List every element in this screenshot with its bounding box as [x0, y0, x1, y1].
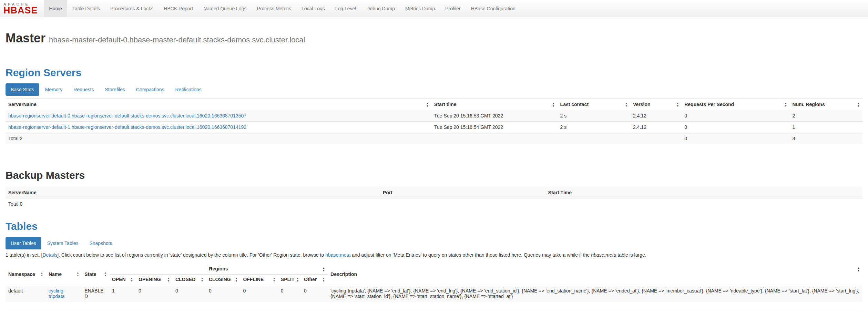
sort-icon[interactable] [676, 102, 679, 107]
nav-procedures-locks[interactable]: Procedures & Locks [105, 0, 159, 17]
nav-hbase-configuration[interactable]: HBase Configuration [466, 0, 521, 17]
start-time-cell: Tue Sep 20 15:16:54 GMT 2022 [431, 122, 558, 133]
tab-system-tables[interactable]: System Tables [42, 237, 84, 249]
tab-snapshots[interactable]: Snapshots [84, 237, 117, 249]
backup-masters-total-row: Total:0 [6, 198, 862, 210]
total-label: Total:0 [6, 198, 380, 210]
nav-table-details[interactable]: Table Details [67, 0, 105, 17]
region-servers-tabs: Base Stats Memory Requests Storefiles Co… [6, 83, 862, 96]
page-title: Masterhbase-master-default-0.hbase-maste… [6, 31, 862, 45]
sort-icon[interactable] [41, 271, 43, 277]
total-label: Total:2 [6, 133, 431, 144]
requests-per-second-cell: 0 [682, 110, 789, 122]
col-version[interactable]: Version [630, 99, 682, 110]
nav-local-logs[interactable]: Local Logs [296, 0, 330, 17]
state-cell: ENABLED [82, 285, 109, 302]
tab-storefiles[interactable]: Storefiles [100, 83, 130, 96]
tab-memory[interactable]: Memory [40, 83, 68, 96]
col-open[interactable]: OPEN [109, 275, 136, 285]
sort-icon[interactable] [857, 267, 860, 272]
namespace-cell: default [6, 285, 46, 302]
hbase-meta-italic: hbase:meta [591, 252, 616, 258]
col-group-regions[interactable]: Regions [109, 263, 328, 275]
closing-count-cell[interactable]: 0 [206, 285, 240, 302]
regionserver-0-link[interactable]: hbase-regionserver-default-0.hbase-regio… [8, 113, 246, 119]
region-servers-header-row: ServerName Start time Last contact Versi… [6, 99, 862, 110]
total-num-regions: 3 [790, 133, 862, 144]
col-state[interactable]: State [82, 263, 109, 285]
user-tables-header-row-1: Namespace Name State Regions Description [6, 263, 862, 275]
requests-per-second-cell: 0 [682, 122, 789, 133]
sort-icon[interactable] [167, 277, 170, 282]
tab-user-tables[interactable]: User Tables [6, 237, 41, 249]
opening-count-cell[interactable]: 0 [136, 285, 173, 302]
col-split[interactable]: SPLIT [278, 275, 301, 285]
col-offline[interactable]: OFFLINE [240, 275, 278, 285]
col-other[interactable]: Other [301, 275, 328, 285]
nav-metrics-dump[interactable]: Metrics Dump [400, 0, 440, 17]
tab-base-stats[interactable]: Base Stats [6, 83, 39, 96]
col-name[interactable]: Name [46, 263, 82, 285]
sort-icon[interactable] [273, 277, 275, 282]
regionserver-1-link[interactable]: hbase-regionserver-default-1.hbase-regio… [8, 124, 246, 130]
table-link-cycling-tripdata[interactable]: cycling-tripdata [49, 288, 65, 299]
sort-icon[interactable] [426, 102, 429, 107]
sort-icon[interactable] [201, 277, 203, 282]
col-opening[interactable]: OPENING [136, 275, 173, 285]
tab-requests[interactable]: Requests [68, 83, 99, 96]
nav-profiler[interactable]: Profiler [440, 0, 466, 17]
other-count-cell[interactable]: 0 [301, 285, 328, 302]
details-link[interactable]: Details [42, 252, 57, 258]
hbase-logo-hbase-text: HBASE [3, 6, 38, 14]
sort-icon[interactable] [323, 277, 325, 282]
col-num-regions[interactable]: Num. Regions [790, 99, 862, 110]
col-servername[interactable]: ServerName [6, 99, 431, 110]
master-title: Master [6, 31, 45, 45]
start-time-cell: Tue Sep 20 15:16:53 GMT 2022 [431, 110, 558, 122]
nav-debug-dump[interactable]: Debug Dump [361, 0, 400, 17]
sort-icon[interactable] [76, 271, 79, 277]
num-regions-cell: 1 [790, 122, 862, 133]
last-contact-cell: 2 s [558, 122, 630, 133]
split-count-cell[interactable]: 0 [278, 285, 301, 302]
regionserver-name-cell: hbase-regionserver-default-0.hbase-regio… [6, 110, 431, 122]
open-count-cell[interactable]: 1 [109, 285, 136, 302]
nav-hbck-report[interactable]: HBCK Report [159, 0, 198, 17]
offline-count-cell[interactable]: 0 [240, 285, 278, 302]
col-start-time[interactable]: Start time [431, 99, 558, 110]
closed-count-cell[interactable]: 0 [173, 285, 206, 302]
sort-icon[interactable] [104, 271, 106, 277]
tables-heading: Tables [6, 220, 862, 232]
sort-icon[interactable] [857, 102, 860, 107]
col-requests-per-second[interactable]: Requests Per Second [682, 99, 789, 110]
num-regions-cell: 2 [790, 110, 862, 122]
tab-replications[interactable]: Replications [170, 83, 206, 96]
description-cell: 'cycling-tripdata', {NAME => 'end_lat'},… [328, 285, 862, 302]
sort-icon[interactable] [625, 102, 627, 107]
col-closed[interactable]: CLOSED [173, 275, 206, 285]
nav-named-queue-logs[interactable]: Named Queue Logs [198, 0, 252, 17]
nav-home[interactable]: Home [44, 0, 67, 17]
top-navbar: APACHE HBASE Home Table Details Procedur… [0, 0, 868, 17]
hbase-logo[interactable]: APACHE HBASE [0, 0, 44, 17]
version-cell: 2.4.12 [630, 122, 682, 133]
sort-icon[interactable] [296, 277, 299, 282]
col-namespace[interactable]: Namespace [6, 263, 46, 285]
col-closing[interactable]: CLOSING [206, 275, 240, 285]
nav-log-level[interactable]: Log Level [330, 0, 361, 17]
sort-icon[interactable] [131, 277, 133, 282]
user-table-row: default cycling-tripdata ENABLED 1 0 0 0… [6, 285, 862, 302]
sort-icon[interactable] [785, 102, 787, 107]
backup-masters-header-row: ServerName Port Start Time [6, 187, 862, 198]
col-last-contact[interactable]: Last contact [558, 99, 630, 110]
tab-compactions[interactable]: Compactions [131, 83, 170, 96]
nav-process-metrics[interactable]: Process Metrics [252, 0, 296, 17]
hbase-meta-link[interactable]: hbase:meta [325, 252, 350, 258]
sort-icon[interactable] [323, 267, 325, 272]
col-description[interactable]: Description [328, 263, 862, 285]
backup-masters-table: ServerName Port Start Time Total:0 [6, 187, 862, 209]
regionservers-total-row: Total:2 0 3 [6, 133, 862, 144]
sort-icon[interactable] [552, 102, 555, 107]
master-hostname: hbase-master-default-0.hbase-master-defa… [49, 35, 305, 44]
sort-icon[interactable] [235, 277, 237, 282]
